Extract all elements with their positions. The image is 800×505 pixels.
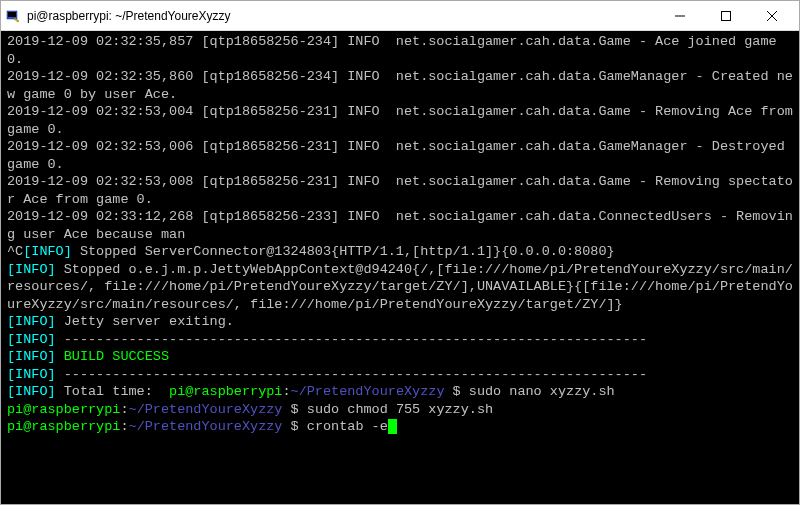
info-label: [INFO]: [7, 349, 56, 364]
terminal-output[interactable]: 2019-12-09 02:32:35,857 [qtp18658256-234…: [1, 31, 799, 504]
cursor: [388, 419, 397, 434]
interrupt-prefix: ^C: [7, 244, 23, 259]
prompt-user: pi@raspberrypi: [7, 419, 120, 434]
prompt-line: pi@raspberrypi:~/PretendYoureXyzzy $ sud…: [7, 401, 793, 419]
info-line: [INFO] Jetty server exiting.: [7, 313, 793, 331]
prompt-path: ~/PretendYoureXyzzy: [291, 384, 445, 399]
info-jetty-stopped: Stopped o.e.j.m.p.JettyWebAppContext@d94…: [7, 262, 793, 312]
info-label: [INFO]: [7, 262, 56, 277]
prompt-path: ~/PretendYoureXyzzy: [129, 402, 283, 417]
minimize-button[interactable]: [657, 1, 703, 31]
command-text: crontab -e: [307, 419, 388, 434]
log-line: 2019-12-09 02:32:53,004 [qtp18658256-231…: [7, 103, 793, 138]
svg-rect-1: [8, 12, 16, 17]
command-text: sudo nano xyzzy.sh: [469, 384, 615, 399]
prompt-line-current: pi@raspberrypi:~/PretendYoureXyzzy $ cro…: [7, 418, 793, 436]
info-label: [INFO]: [23, 244, 72, 259]
info-label: [INFO]: [7, 367, 56, 382]
interrupt-line: ^C[INFO] Stopped ServerConnector@1324803…: [7, 243, 793, 261]
total-time-line: [INFO] Total time: pi@raspberrypi:~/Pret…: [7, 383, 793, 401]
info-label: [INFO]: [7, 384, 56, 399]
window-title: pi@raspberrypi: ~/PretendYoureXyzzy: [27, 9, 657, 23]
dashes: ----------------------------------------…: [56, 367, 647, 382]
info-exiting: Jetty server exiting.: [56, 314, 234, 329]
log-line: 2019-12-09 02:32:53,008 [qtp18658256-231…: [7, 173, 793, 208]
build-success-line: [INFO] BUILD SUCCESS: [7, 348, 793, 366]
prompt-path: ~/PretendYoureXyzzy: [129, 419, 283, 434]
interrupt-text: Stopped ServerConnector@1324803{HTTP/1.1…: [72, 244, 615, 259]
log-line: 2019-12-09 02:32:53,006 [qtp18658256-231…: [7, 138, 793, 173]
build-success: BUILD SUCCESS: [56, 349, 169, 364]
prompt-dollar: $: [282, 402, 306, 417]
info-line: [INFO] ---------------------------------…: [7, 366, 793, 384]
window-controls: [657, 1, 795, 31]
command-text: sudo chmod 755 xyzzy.sh: [307, 402, 493, 417]
prompt-user: pi@raspberrypi: [7, 402, 120, 417]
prompt-dollar: $: [282, 419, 306, 434]
titlebar: pi@raspberrypi: ~/PretendYoureXyzzy: [1, 1, 799, 31]
prompt-sep: :: [120, 402, 128, 417]
prompt-user: pi@raspberrypi: [169, 384, 282, 399]
total-time-label: Total time:: [56, 384, 169, 399]
info-label: [INFO]: [7, 332, 56, 347]
log-line: 2019-12-09 02:32:35,860 [qtp18658256-234…: [7, 68, 793, 103]
info-line: [INFO] Stopped o.e.j.m.p.JettyWebAppCont…: [7, 261, 793, 314]
info-label: [INFO]: [7, 314, 56, 329]
prompt-sep: :: [282, 384, 290, 399]
prompt-sep: :: [120, 419, 128, 434]
log-line: 2019-12-09 02:33:12,268 [qtp18658256-233…: [7, 208, 793, 243]
putty-icon: [5, 8, 21, 24]
info-line: [INFO] ---------------------------------…: [7, 331, 793, 349]
maximize-button[interactable]: [703, 1, 749, 31]
log-line: 2019-12-09 02:32:35,857 [qtp18658256-234…: [7, 33, 793, 68]
svg-rect-3: [722, 11, 731, 20]
dashes: ----------------------------------------…: [56, 332, 647, 347]
prompt-dollar: $: [445, 384, 469, 399]
close-button[interactable]: [749, 1, 795, 31]
